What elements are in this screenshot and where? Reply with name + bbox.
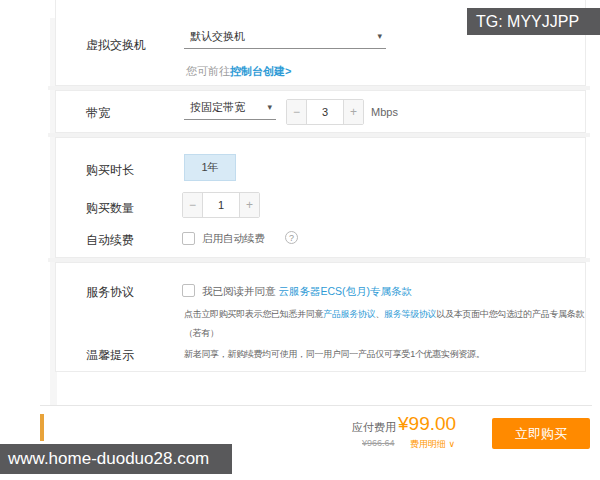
bandwidth-label: 带宽: [86, 105, 110, 122]
bandwidth-value-input[interactable]: 3: [306, 100, 344, 124]
agreement-checkbox-text: 我已阅读并同意 云服务器ECS(包月)专属条款: [202, 285, 412, 299]
vswitch-label: 虚拟交换机: [86, 37, 146, 54]
checkout-bar: 应付费用 ¥99.00 ¥966.64 费用明细 ∨ 立即购买: [40, 405, 592, 448]
quantity-decrease-button[interactable]: −: [183, 193, 202, 217]
fee-detail-link[interactable]: 费用明细 ∨: [410, 438, 455, 451]
bandwidth-mode-select[interactable]: 按固定带宽 ▾: [184, 96, 276, 120]
vswitch-hint-text: 您可前往: [186, 65, 230, 77]
quantity-label: 购买数量: [86, 200, 134, 217]
watermark-top-right: TG: MYYJJPP: [467, 8, 600, 35]
bandwidth-increase-button[interactable]: +: [344, 100, 363, 124]
vswitch-select[interactable]: 默认交换机 ▾: [184, 25, 386, 49]
bandwidth-mode-value: 按固定带宽: [190, 100, 245, 115]
sla-agreement-link[interactable]: 服务等级协议: [384, 309, 436, 319]
product-service-agreement-link[interactable]: 产品服务协议: [323, 309, 375, 319]
auto-renew-checkbox[interactable]: [182, 232, 195, 245]
purchase-options-section: 购买时长 1年 购买数量 − 1 + 自动续费 启用自动续费 ?: [55, 137, 586, 258]
agreement-note: 点击立即购买即表示您已知悉并同意产品服务协议、服务等级协议以及本页面中您勾选过的…: [184, 305, 582, 343]
quantity-stepper: − 1 +: [182, 192, 260, 218]
tips-text: 新老同享，新购续费均可使用，同一用户同一产品仅可享受1个优惠实例资源。: [184, 348, 485, 361]
quantity-value-input[interactable]: 1: [202, 193, 240, 217]
purchase-page: 虚拟交换机 默认交换机 ▾ 您可前往控制台创建> 带宽 按固定带宽 ▾ − 3 …: [0, 0, 600, 480]
original-price: ¥966.64: [362, 438, 395, 448]
ecs-terms-link[interactable]: 云服务器ECS(包月)专属条款: [278, 285, 412, 297]
agreement-note-tail: 以及本页面中您勾选过的产品专属条款: [436, 309, 584, 319]
bandwidth-stepper: − 3 +: [286, 99, 364, 125]
duration-label: 购买时长: [86, 162, 134, 179]
bandwidth-section: 带宽 按固定带宽 ▾ − 3 + Mbps: [55, 90, 586, 133]
bandwidth-unit: Mbps: [371, 106, 398, 118]
agreement-note-separator: 、: [375, 309, 384, 319]
accent-bar: [40, 414, 44, 441]
vswitch-selected-value: 默认交换机: [190, 29, 245, 44]
auto-renew-checkbox-label[interactable]: 启用自动续费: [202, 232, 265, 246]
agreement-checkbox[interactable]: [182, 284, 195, 297]
agreement-read-text[interactable]: 我已阅读并同意: [202, 285, 276, 297]
tips-label: 温馨提示: [86, 347, 134, 364]
agreement-label: 服务协议: [86, 284, 134, 301]
agreement-section: 服务协议 我已阅读并同意 云服务器ECS(包月)专属条款 点击立即购买即表示您已…: [55, 262, 586, 372]
quantity-increase-button[interactable]: +: [240, 193, 259, 217]
chevron-down-icon: ▾: [267, 103, 272, 112]
chevron-down-icon: ▾: [377, 32, 382, 41]
agreement-note-line1: 点击立即购买即表示您已知悉并同意产品服务协议、服务等级协议以及本页面中您勾选过的…: [184, 305, 582, 324]
bandwidth-decrease-button[interactable]: −: [287, 100, 306, 124]
agreement-note-line2: （若有）: [184, 324, 582, 343]
buy-now-button[interactable]: 立即购买: [492, 418, 590, 449]
watermark-bottom-left: www.home-duoduo28.com: [0, 444, 232, 474]
payable-label: 应付费用: [352, 420, 396, 435]
vswitch-hint: 您可前往控制台创建>: [186, 64, 291, 79]
agreement-note-text: 点击立即购买即表示您已知悉并同意: [184, 309, 323, 319]
console-create-link[interactable]: 控制台创建>: [230, 65, 291, 77]
auto-renew-label: 自动续费: [86, 232, 134, 249]
duration-option-1year[interactable]: 1年: [184, 154, 236, 181]
payable-amount: ¥99.00: [398, 413, 456, 435]
help-icon[interactable]: ?: [285, 231, 298, 244]
